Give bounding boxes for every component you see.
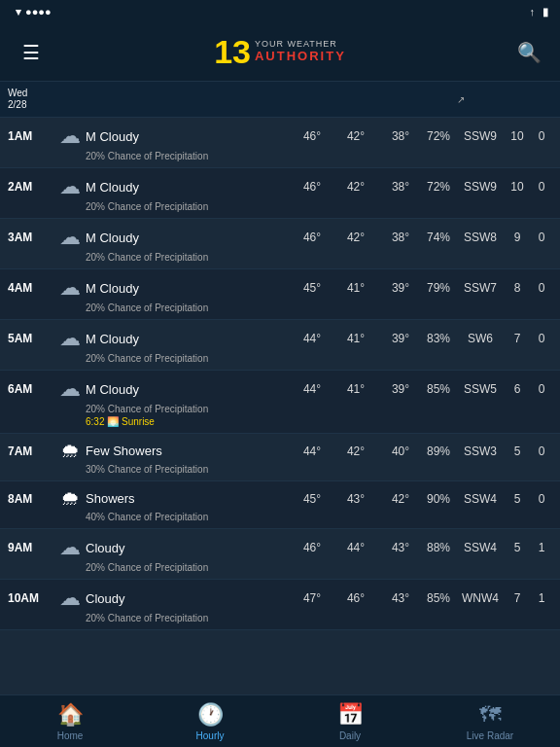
status-battery: ↑ ▮ [529, 6, 548, 18]
feels-like: 41° [331, 332, 381, 345]
humidity: 88% [420, 541, 457, 554]
precipitation-chance: 30% Chance of Precipitation [8, 464, 552, 475]
row-time: 5AM [8, 332, 54, 345]
precipitation-chance: 20% Chance of Precipitation [8, 252, 552, 263]
nav-hourly-label: Hourly [196, 730, 225, 741]
temperature: 46° [294, 180, 331, 194]
uv-index: 0 [531, 231, 552, 244]
uv-index: 0 [531, 129, 552, 143]
wind: SSW7 [457, 281, 504, 295]
condition-name: M Cloudy [86, 281, 294, 296]
nav-daily[interactable]: 📅 Daily [280, 696, 420, 747]
feels-like: 46° [331, 591, 381, 605]
visibility: 7 [504, 591, 531, 605]
humidity: 85% [420, 382, 457, 396]
weather-icon: ☁ [54, 586, 86, 611]
row-main: 9AM ☁ Cloudy 46° 44° 43° 88% SSW4 5 1 [8, 535, 552, 560]
temperature: 46° [294, 129, 331, 143]
weather-icon: ☁ [54, 275, 86, 301]
temperature: 44° [294, 445, 331, 458]
dew-point: 42° [381, 492, 420, 506]
visibility: 5 [504, 445, 531, 458]
row-time: 7AM [8, 445, 54, 458]
dew-point: 38° [381, 231, 420, 244]
feels-like: 44° [331, 541, 381, 554]
dew-point: 40° [381, 445, 420, 458]
visibility: 5 [504, 492, 531, 506]
visibility: 5 [504, 541, 531, 554]
row-main: 6AM ☁ M Cloudy 44° 41° 39° 85% SSW5 6 0 [8, 376, 552, 402]
dew-point: 39° [381, 281, 420, 295]
table-row: 1AM ☁ M Cloudy 46° 42° 38° 72% SSW9 10 0… [0, 118, 560, 168]
logo: 13 YOUR WEATHER AUTHORITY [49, 35, 511, 70]
humidity: 72% [420, 129, 457, 143]
dew-point: 39° [381, 382, 420, 396]
humidity: 90% [420, 492, 457, 506]
table-header: Wed2/28 ↗ [0, 82, 560, 118]
temperature: 47° [294, 591, 331, 605]
uv-index: 1 [531, 591, 552, 605]
feels-like: 42° [331, 129, 381, 143]
row-main: 2AM ☁ M Cloudy 46° 42° 38° 72% SSW9 10 0 [8, 174, 552, 199]
nav-hourly[interactable]: 🕐 Hourly [140, 696, 280, 747]
visibility: 7 [504, 332, 531, 345]
uv-index: 1 [531, 541, 552, 554]
wind: SSW9 [457, 129, 504, 143]
nav-live-radar[interactable]: 🗺 Live Radar [420, 696, 560, 747]
condition-name: M Cloudy [86, 332, 294, 346]
nav-home[interactable]: 🏠 Home [0, 696, 140, 747]
wind: SSW5 [457, 382, 504, 396]
menu-button[interactable]: ☰ [14, 35, 49, 70]
weather-icon: ☁ [54, 225, 86, 250]
weather-list: 1AM ☁ M Cloudy 46° 42° 38° 72% SSW9 10 0… [0, 118, 560, 699]
feels-like: 42° [331, 445, 381, 458]
status-bar: ▾ ●●●● ↑ ▮ [0, 0, 560, 23]
row-time: 8AM [8, 492, 54, 506]
precipitation-chance: 20% Chance of Precipitation [8, 562, 552, 573]
logo-sub: YOUR WEATHER [255, 39, 346, 49]
table-row: 5AM ☁ M Cloudy 44° 41° 39° 83% SW6 7 0 2… [0, 320, 560, 371]
condition-name: Showers [86, 491, 294, 506]
wind: SSW8 [457, 231, 504, 244]
table-row: 6AM ☁ M Cloudy 44° 41° 39° 85% SSW5 6 0 … [0, 371, 560, 434]
temperature: 45° [294, 492, 331, 506]
uv-index: 0 [531, 445, 552, 458]
condition-name: M Cloudy [86, 382, 294, 397]
wind: SSW3 [457, 445, 504, 458]
humidity: 83% [420, 332, 457, 345]
uv-index: 0 [531, 180, 552, 194]
row-main: 7AM 🌧 Few Showers 44° 42° 40° 89% SSW3 5… [8, 440, 552, 462]
logo-number: 13 [214, 35, 251, 68]
visibility: 9 [504, 231, 531, 244]
wind: SSW9 [457, 180, 504, 194]
wind: SSW4 [457, 541, 504, 554]
feels-like: 41° [331, 281, 381, 295]
col-date: Wed2/28 [8, 88, 54, 111]
weather-icon: ☁ [54, 326, 86, 351]
condition-name: Few Showers [86, 444, 294, 458]
nav-home-label: Home [57, 730, 84, 741]
uv-index: 0 [531, 332, 552, 345]
daily-icon: 📅 [337, 702, 364, 728]
dew-point: 38° [381, 129, 420, 143]
visibility: 6 [504, 382, 531, 396]
row-time: 10AM [8, 591, 54, 605]
precipitation-chance: 20% Chance of Precipitation [8, 302, 552, 313]
col-wind: ↗ [457, 94, 504, 105]
wind: SSW4 [457, 492, 504, 506]
status-carrier: ▾ ●●●● [12, 6, 52, 18]
dew-point: 38° [381, 180, 420, 194]
row-main: 8AM 🌧 Showers 45° 43° 42° 90% SSW4 5 0 [8, 487, 552, 510]
temperature: 46° [294, 231, 331, 244]
precipitation-chance: 40% Chance of Precipitation [8, 512, 552, 522]
row-main: 4AM ☁ M Cloudy 45° 41° 39° 79% SSW7 8 0 [8, 275, 552, 301]
humidity: 72% [420, 180, 457, 194]
uv-index: 0 [531, 492, 552, 506]
table-row: 3AM ☁ M Cloudy 46° 42° 38° 74% SSW8 9 0 … [0, 219, 560, 269]
condition-name: M Cloudy [86, 231, 294, 245]
table-row: 10AM ☁ Cloudy 47° 46° 43° 85% WNW4 7 1 2… [0, 580, 560, 630]
precipitation-chance: 20% Chance of Precipitation [8, 201, 552, 212]
weather-icon: ☁ [54, 124, 86, 149]
weather-icon: 🌧 [54, 487, 86, 510]
search-button[interactable]: 🔍 [511, 35, 546, 70]
